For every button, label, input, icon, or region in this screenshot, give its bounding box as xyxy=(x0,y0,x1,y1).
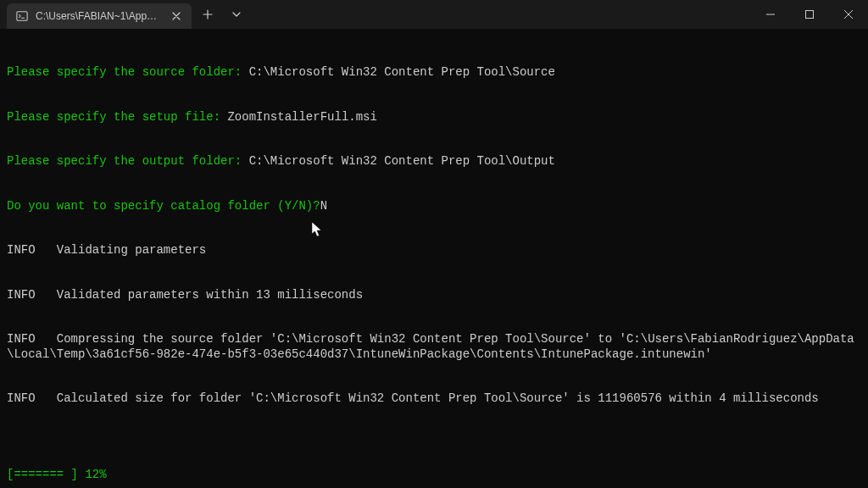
prompt-text: Do you want to specify catalog folder (Y… xyxy=(7,199,320,213)
progress-bar: [======= ] 12% xyxy=(7,468,107,481)
info-text: Validated parameters within 13 milliseco… xyxy=(57,288,363,302)
terminal-line: Do you want to specify catalog folder (Y… xyxy=(7,199,861,214)
answer-text: C:\Microsoft Win32 Content Prep Tool\Out… xyxy=(249,154,555,168)
minimize-button[interactable] xyxy=(751,0,790,29)
progress-percent: 12% xyxy=(85,468,106,481)
info-label: INFO xyxy=(7,243,57,257)
terminal-line: Please specify the source folder: C:\Mic… xyxy=(7,65,861,80)
tab-active[interactable]: C:\Users\FABIAN~1\AppData\ xyxy=(7,3,192,29)
window-controls xyxy=(751,0,868,29)
answer-text: ZoomInstallerFull.msi xyxy=(227,110,376,124)
info-label: INFO xyxy=(7,391,57,405)
info-text: Validating parameters xyxy=(57,243,206,257)
tab-close-button[interactable] xyxy=(170,9,183,23)
prompt-text: Please specify the source folder: xyxy=(7,65,249,79)
terminal-output[interactable]: Please specify the source folder: C:\Mic… xyxy=(0,29,868,428)
info-text: Calculated size for folder 'C:\Microsoft… xyxy=(57,391,819,405)
terminal-icon xyxy=(15,9,29,23)
titlebar: C:\Users\FABIAN~1\AppData\ xyxy=(0,0,868,29)
prompt-text: Please specify the setup file: xyxy=(7,110,227,124)
terminal-line: Please specify the output folder: C:\Mic… xyxy=(7,154,861,169)
progress-bar-graphic: [======= ] xyxy=(7,468,85,481)
new-tab-button[interactable] xyxy=(195,2,220,27)
tab-dropdown-button[interactable] xyxy=(224,2,249,27)
terminal-line: INFO Calculated size for folder 'C:\Micr… xyxy=(7,391,861,407)
svg-rect-3 xyxy=(806,11,814,19)
info-label: INFO xyxy=(7,288,57,302)
answer-text: C:\Microsoft Win32 Content Prep Tool\Sou… xyxy=(249,65,555,79)
maximize-button[interactable] xyxy=(790,0,829,29)
tabs-area: C:\Users\FABIAN~1\AppData\ xyxy=(7,0,249,29)
svg-rect-0 xyxy=(17,12,27,21)
close-button[interactable] xyxy=(829,0,868,29)
terminal-line: INFO Compressing the source folder 'C:\M… xyxy=(7,332,861,362)
terminal-line: INFO Validating parameters xyxy=(7,243,861,258)
terminal-line: Please specify the setup file: ZoomInsta… xyxy=(7,110,861,125)
terminal-line: INFO Validated parameters within 13 mill… xyxy=(7,288,861,303)
info-label: INFO xyxy=(7,332,57,346)
tab-title: C:\Users\FABIAN~1\AppData\ xyxy=(36,10,163,22)
prompt-text: Please specify the output folder: xyxy=(7,154,249,168)
answer-text: N xyxy=(320,199,327,213)
info-text: Compressing the source folder 'C:\Micros… xyxy=(7,332,854,361)
